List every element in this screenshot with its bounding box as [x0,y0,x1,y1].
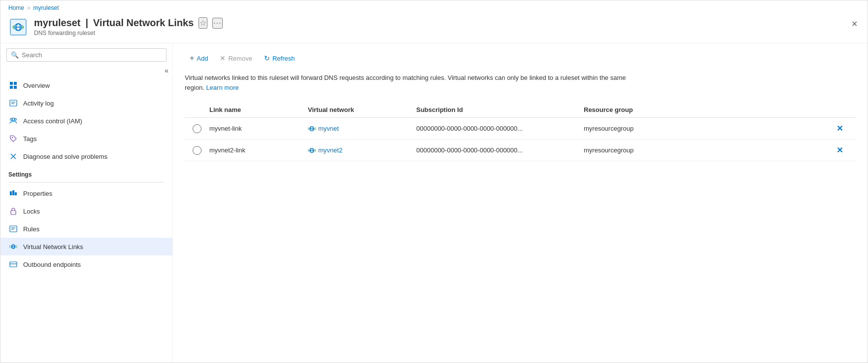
table-header: Link name Virtual network Subscription I… [185,102,856,118]
sidebar-search-container: 🔍 [0,43,172,67]
page-title: myruleset | Virtual Network Links ☆ ··· [34,17,849,29]
add-button[interactable]: + Add [185,51,213,65]
svg-rect-9 [14,86,17,89]
col-link-name-header: Link name [209,106,308,113]
row1-vnet-link[interactable]: myvnet [308,124,416,133]
properties-label: Properties [23,190,52,197]
nav-item-virtual-network-links[interactable]: Virtual Network Links [0,238,172,255]
sidebar: 🔍 « Overview Activit [0,43,173,363]
row1-vnet: myvnet [308,124,416,133]
remove-button[interactable]: ✕ Remove [215,52,257,65]
header-title-area: myruleset | Virtual Network Links ☆ ··· … [34,17,849,36]
tags-icon [8,134,18,144]
table-row: myvnet2-link [185,140,856,161]
row2-vnet-icon [308,146,316,154]
search-input[interactable] [22,51,162,59]
svg-rect-10 [10,100,17,106]
svg-rect-7 [14,82,17,85]
vnet-links-icon [8,242,18,252]
main-layout: 🔍 « Overview Activit [0,43,868,363]
row2-sub-id: 00000000-0000-0000-0000-000000... [416,146,584,154]
activity-log-label: Activity log [23,100,54,107]
access-control-label: Access control (IAM) [23,117,82,125]
row2-rg: myresourcegroup [584,146,692,154]
section-title: Virtual Network Links [93,17,194,29]
col-sub-id-header: Subscription Id [416,106,584,113]
rules-label: Rules [23,225,39,233]
nav-item-rules[interactable]: Rules [0,220,172,238]
settings-divider [8,182,165,182]
refresh-icon: ↻ [264,54,270,62]
sidebar-collapse-area: « [0,67,172,76]
overview-label: Overview [23,82,50,89]
toolbar: + Add ✕ Remove ↻ Refresh [185,51,856,65]
locks-label: Locks [23,208,40,215]
nav-item-properties[interactable]: Properties [0,184,172,202]
breadcrumb-home[interactable]: Home [8,4,24,11]
row2-vnet: myvnet2 [308,146,416,154]
row2-check [185,146,209,155]
diagnose-label: Diagnose and solve problems [23,153,107,160]
svg-rect-21 [15,192,17,195]
table: Link name Virtual network Subscription I… [185,102,856,161]
nav-item-outbound-endpoints[interactable]: Outbound endpoints [0,255,172,273]
row2-link-name: myvnet2-link [209,146,308,154]
row1-radio[interactable] [193,124,201,133]
nav-item-activity-log[interactable]: Activity log [0,94,172,112]
activity-log-icon [8,98,18,108]
svg-rect-8 [10,86,13,89]
row1-delete-button[interactable]: ✕ [834,123,846,134]
search-icon: 🔍 [11,51,19,59]
row1-vnet-icon [308,124,316,133]
page-header: myruleset | Virtual Network Links ☆ ··· … [0,15,868,43]
breadcrumb: Home > myruleset [0,0,868,15]
row1-delete-area: ✕ [692,123,856,134]
refresh-label: Refresh [272,55,295,62]
breadcrumb-separator: > [27,5,30,11]
close-button[interactable]: ✕ [849,17,860,31]
table-row: myvnet-link [185,118,856,140]
row2-vnet-link[interactable]: myvnet2 [308,146,416,154]
diagnose-icon [8,151,18,161]
row2-radio[interactable] [193,146,201,155]
svg-point-16 [12,137,13,138]
svg-rect-19 [10,191,12,195]
virtual-network-links-label: Virtual Network Links [23,243,83,251]
outbound-endpoints-label: Outbound endpoints [23,261,81,268]
learn-more-link[interactable]: Learn more [206,84,238,91]
nav-item-overview[interactable]: Overview [0,76,172,94]
row2-delete-button[interactable]: ✕ [834,145,846,156]
title-separator: | [86,17,89,29]
breadcrumb-current[interactable]: myruleset [33,4,59,11]
svg-rect-29 [10,262,17,267]
overview-icon [8,80,18,90]
resource-icon [8,17,28,37]
outbound-endpoints-icon [8,259,18,269]
svg-rect-20 [12,190,14,195]
more-options-button[interactable]: ··· [212,18,222,29]
collapse-button[interactable]: « [165,67,168,74]
remove-label: Remove [228,55,252,62]
main-container: Home > myruleset myruleset | [0,0,868,363]
locks-icon [8,206,18,216]
nav-item-locks[interactable]: Locks [0,202,172,220]
nav-item-diagnose[interactable]: Diagnose and solve problems [0,147,172,165]
nav-item-tags[interactable]: Tags [0,130,172,147]
svg-rect-23 [10,226,17,232]
col-vnet-header: Virtual network [308,106,416,113]
add-icon: + [190,54,194,63]
refresh-button[interactable]: ↻ Refresh [259,52,300,65]
info-text-content: Virtual networks linked to this ruleset … [185,74,626,91]
row1-rg: myresourcegroup [584,125,692,132]
search-box: 🔍 [6,48,167,62]
nav-item-access-control[interactable]: Access control (IAM) [0,112,172,130]
favorite-button[interactable]: ☆ [199,17,207,29]
access-control-icon [8,116,18,126]
remove-icon: ✕ [220,54,226,62]
resource-name: myruleset [34,17,81,29]
properties-icon [8,188,18,198]
row1-sub-id: 00000000-0000-0000-0000-000000... [416,125,584,132]
col-rg-header: Resource group [584,106,692,113]
row1-link-name: myvnet-link [209,125,308,132]
row1-check [185,124,209,133]
